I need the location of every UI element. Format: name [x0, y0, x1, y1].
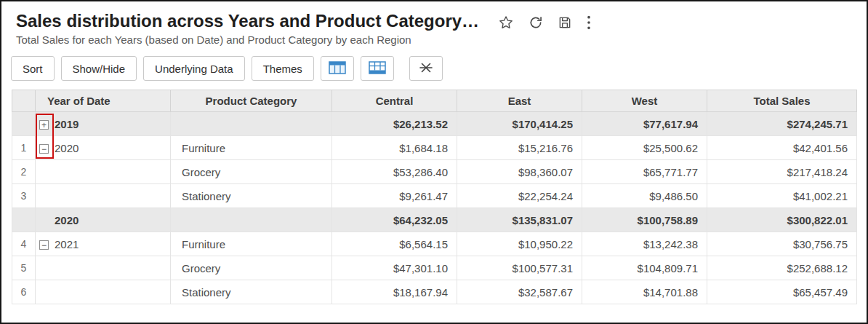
- row-number: 5: [12, 256, 36, 280]
- value-cell: $9,486.50: [582, 184, 707, 208]
- value-cell: $10,950.22: [457, 232, 582, 256]
- year-label: 2020: [55, 142, 79, 154]
- year-cell: 2020: [36, 208, 171, 232]
- column-header[interactable]: West: [582, 90, 707, 112]
- row-number: 1: [12, 136, 36, 160]
- year-cell: [36, 160, 171, 184]
- category-cell: Furniture: [171, 136, 332, 160]
- data-table-view-button[interactable]: [321, 56, 354, 81]
- report-subtitle: Total Sales for each Years (based on Dat…: [16, 33, 852, 46]
- row-number: 6: [12, 280, 36, 304]
- value-cell: $300,822.01: [707, 208, 857, 232]
- value-cell: $217,418.24: [707, 160, 857, 184]
- year-cell: −2020: [36, 136, 171, 160]
- show-hide-button[interactable]: Show/Hide: [61, 56, 137, 81]
- expand-icon[interactable]: +: [39, 120, 49, 130]
- refresh-icon[interactable]: [529, 15, 543, 30]
- year-label: 2020: [55, 214, 79, 226]
- year-cell: [36, 184, 171, 208]
- value-cell: $41,002.21: [707, 184, 857, 208]
- category-cell: Grocery: [171, 256, 332, 280]
- value-cell: $6,564.15: [332, 232, 457, 256]
- row-number: 2: [12, 160, 36, 184]
- more-options-icon[interactable]: [587, 15, 591, 31]
- page-title: Sales distribution across Years and Prod…: [16, 11, 479, 31]
- value-cell: $104,809.71: [582, 256, 707, 280]
- value-cell: $18,167.94: [332, 280, 457, 304]
- value-cell: $14,701.88: [582, 280, 707, 304]
- category-cell: Grocery: [171, 160, 332, 184]
- value-cell: $25,500.62: [582, 136, 707, 160]
- value-cell: $100,758.89: [582, 208, 707, 232]
- report-header: Sales distribution across Years and Prod…: [1, 1, 867, 46]
- category-cell: [171, 112, 332, 136]
- save-icon[interactable]: [558, 15, 572, 30]
- title-row: Sales distribution across Years and Prod…: [16, 11, 852, 31]
- pivot-table-view-icon: [369, 61, 386, 76]
- category-cell: Furniture: [171, 232, 332, 256]
- star-icon[interactable]: [498, 15, 514, 31]
- value-cell: $9,261.47: [332, 184, 457, 208]
- table-row[interactable]: 2020$64,232.05$135,831.07$100,758.89$300…: [12, 208, 857, 232]
- sort-button[interactable]: Sort: [11, 56, 55, 81]
- value-cell: $47,301.10: [332, 256, 457, 280]
- collapse-all-icon: [419, 60, 433, 77]
- value-cell: $274,245.71: [707, 112, 857, 136]
- title-action-icons: [498, 15, 591, 31]
- column-header[interactable]: Product Category: [171, 90, 332, 112]
- value-cell: $100,577.31: [457, 256, 582, 280]
- themes-button[interactable]: Themes: [252, 56, 314, 81]
- category-cell: [171, 208, 332, 232]
- category-cell: Stationery: [171, 280, 332, 304]
- underlying-data-button[interactable]: Underlying Data: [143, 56, 245, 81]
- value-cell: $13,242.38: [582, 232, 707, 256]
- pivot-table-view-button[interactable]: [361, 56, 394, 81]
- category-cell: Stationery: [171, 184, 332, 208]
- value-cell: $32,587.67: [457, 280, 582, 304]
- collapse-all-button[interactable]: [409, 56, 443, 81]
- value-cell: $77,617.94: [582, 112, 707, 136]
- value-cell: $135,831.07: [457, 208, 582, 232]
- value-cell: $30,756.75: [707, 232, 857, 256]
- value-cell: $170,414.25: [457, 112, 582, 136]
- column-header[interactable]: East: [457, 90, 582, 112]
- value-cell: $53,286.40: [332, 160, 457, 184]
- year-cell: [36, 256, 171, 280]
- year-cell: −2021: [36, 232, 171, 256]
- toolbar: SortShow/HideUnderlying DataThemes: [11, 56, 852, 81]
- column-header[interactable]: Year of Date: [36, 90, 171, 112]
- row-number-header: [12, 90, 36, 112]
- collapse-icon[interactable]: −: [39, 144, 49, 154]
- table-row[interactable]: 2Grocery$53,286.40$98,360.07$65,771.77$2…: [12, 160, 857, 184]
- value-cell: $65,771.77: [582, 160, 707, 184]
- column-header[interactable]: Total Sales: [707, 90, 857, 112]
- value-cell: $65,457.49: [707, 280, 857, 304]
- value-cell: $64,232.05: [332, 208, 457, 232]
- table-row[interactable]: 3Stationery$9,261.47$22,254.24$9,486.50$…: [12, 184, 857, 208]
- year-cell: [36, 280, 171, 304]
- value-cell: $22,254.24: [457, 184, 582, 208]
- pivot-table: Year of DateProduct CategoryCentralEastW…: [12, 90, 857, 304]
- table-header-row: Year of DateProduct CategoryCentralEastW…: [12, 90, 857, 112]
- pivot-table-container: Year of DateProduct CategoryCentralEastW…: [12, 90, 856, 304]
- year-label: 2021: [55, 238, 79, 250]
- row-number: [12, 208, 36, 232]
- table-row[interactable]: 1−2020Furniture$1,684.18$15,216.76$25,50…: [12, 136, 857, 160]
- value-cell: $15,216.76: [457, 136, 582, 160]
- row-number: 4: [12, 232, 36, 256]
- row-number: [12, 112, 36, 136]
- data-table-view-icon: [329, 61, 346, 76]
- value-cell: $98,360.07: [457, 160, 582, 184]
- row-number: 3: [12, 184, 36, 208]
- column-header[interactable]: Central: [332, 90, 457, 112]
- year-label: 2019: [55, 118, 79, 130]
- table-row[interactable]: 5Grocery$47,301.10$100,577.31$104,809.71…: [12, 256, 857, 280]
- table-row[interactable]: 4−2021Furniture$6,564.15$10,950.22$13,24…: [12, 232, 857, 256]
- collapse-icon[interactable]: −: [39, 240, 49, 250]
- table-row[interactable]: 6Stationery$18,167.94$32,587.67$14,701.8…: [12, 280, 857, 304]
- value-cell: $42,401.56: [707, 136, 857, 160]
- value-cell: $26,213.52: [332, 112, 457, 136]
- table-body: +2019$26,213.52$170,414.25$77,617.94$274…: [12, 112, 857, 304]
- table-row[interactable]: +2019$26,213.52$170,414.25$77,617.94$274…: [12, 112, 857, 136]
- value-cell: $252,688.12: [707, 256, 857, 280]
